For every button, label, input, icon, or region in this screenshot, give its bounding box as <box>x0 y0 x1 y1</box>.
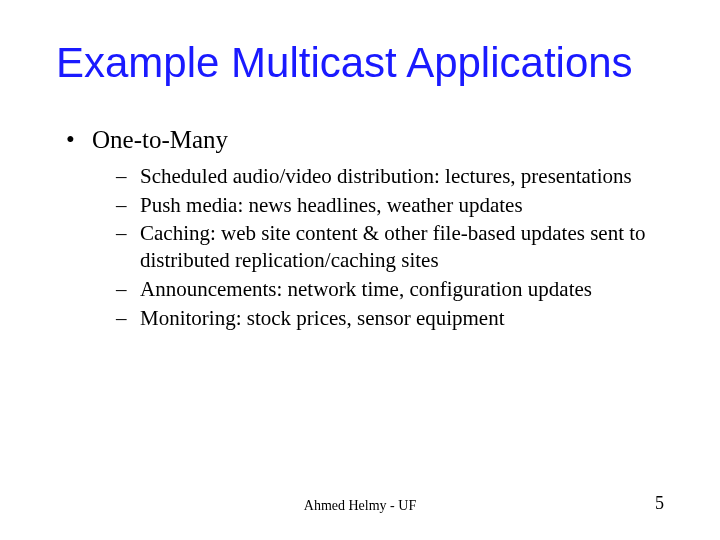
slide-title: Example Multicast Applications <box>0 0 720 86</box>
list-item-text: Announcements: network time, configurati… <box>140 277 592 301</box>
list-item-text: Push media: news headlines, weather upda… <box>140 193 523 217</box>
slide-body: One-to-Many Scheduled audio/video distri… <box>0 86 720 332</box>
list-item-label: One-to-Many <box>92 126 228 153</box>
footer-author: Ahmed Helmy - UF <box>0 498 720 514</box>
list-item: Monitoring: stock prices, sensor equipme… <box>116 305 660 332</box>
bullet-list-level2: Scheduled audio/video distribution: lect… <box>92 163 660 332</box>
slide: Example Multicast Applications One-to-Ma… <box>0 0 720 540</box>
bullet-list-level1: One-to-Many Scheduled audio/video distri… <box>60 124 660 332</box>
page-number: 5 <box>655 493 664 514</box>
list-item-text: Monitoring: stock prices, sensor equipme… <box>140 306 505 330</box>
list-item-text: Caching: web site content & other file-b… <box>140 221 646 272</box>
list-item: Push media: news headlines, weather upda… <box>116 192 660 219</box>
list-item: Announcements: network time, configurati… <box>116 276 660 303</box>
list-item-text: Scheduled audio/video distribution: lect… <box>140 164 632 188</box>
list-item: Scheduled audio/video distribution: lect… <box>116 163 660 190</box>
list-item: Caching: web site content & other file-b… <box>116 220 660 274</box>
list-item: One-to-Many Scheduled audio/video distri… <box>60 124 660 332</box>
